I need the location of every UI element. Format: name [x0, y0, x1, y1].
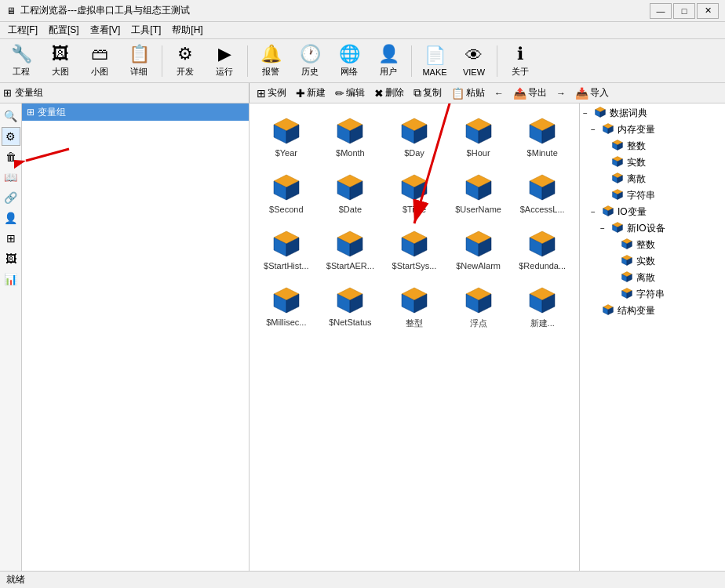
- tree-expand-icon[interactable]: −: [600, 224, 610, 233]
- window-controls: — □ ✕: [650, 3, 719, 19]
- var-item[interactable]: $StartAER...: [322, 224, 380, 274]
- tree-node[interactable]: − 数据词典: [581, 105, 723, 122]
- tree-node[interactable]: 离散: [581, 270, 723, 286]
- var-item-label: $AccessL...: [520, 205, 565, 214]
- var-item-label: $Year: [275, 148, 297, 158]
- var-item[interactable]: $StartSys...: [385, 224, 443, 274]
- menu-item-project[interactable]: 工程[F]: [3, 22, 42, 38]
- cube-icon: [399, 228, 430, 260]
- var-item[interactable]: $Minute: [513, 111, 571, 162]
- develop-icon: ⚙: [177, 44, 193, 64]
- close-button[interactable]: ✕: [697, 3, 719, 19]
- toolbar-history[interactable]: 🕐 历史: [292, 42, 328, 80]
- btn-instance[interactable]: ⊞ 实例: [253, 85, 290, 102]
- paste-label: 粘贴: [466, 86, 485, 100]
- sidebar-image[interactable]: 🖼: [2, 249, 20, 268]
- sidebar-book[interactable]: 📖: [2, 168, 20, 187]
- toolbar-run[interactable]: ▶ 运行: [206, 42, 242, 80]
- var-item[interactable]: $Redunda...: [513, 224, 571, 274]
- var-item[interactable]: $Month: [322, 111, 380, 162]
- history-icon: 🕐: [300, 44, 321, 64]
- toolbar-project[interactable]: 🔧 工程: [3, 42, 39, 80]
- var-item[interactable]: $NewAlarm: [450, 224, 508, 274]
- tree-node[interactable]: 离散: [581, 171, 723, 187]
- var-item[interactable]: $Year: [257, 111, 315, 162]
- btn-new[interactable]: ✚ 新建: [292, 85, 330, 102]
- menu-item-config[interactable]: 配置[S]: [44, 22, 84, 38]
- cube-icon: [463, 228, 494, 260]
- toolbar-small-view[interactable]: 🗃 小图: [82, 42, 118, 80]
- tree-expand-icon[interactable]: −: [583, 109, 592, 118]
- var-item[interactable]: $Time: [385, 168, 443, 218]
- import-icon: 📥: [575, 87, 588, 100]
- sidebar-search[interactable]: 🔍: [2, 107, 20, 125]
- toolbar-network[interactable]: 🌐 网络: [331, 42, 367, 80]
- menu-item-help[interactable]: 帮助[H]: [167, 22, 207, 38]
- tree-node-label: 数据词典: [610, 107, 647, 120]
- var-item[interactable]: $StartHist...: [257, 224, 315, 274]
- var-item-label: $Time: [403, 205, 426, 214]
- btn-paste[interactable]: 📋 粘贴: [447, 85, 489, 102]
- var-item[interactable]: $Millisec...: [257, 281, 315, 333]
- toolbar-large-view[interactable]: 🖼 大图: [42, 42, 78, 80]
- btn-import[interactable]: 📥 导入: [571, 85, 613, 102]
- sub-toolbar-left: ⊞ 变量组: [0, 83, 250, 103]
- tree-node[interactable]: 实数: [581, 154, 723, 171]
- tree-node[interactable]: − 内存变量: [581, 122, 723, 138]
- network-icon: 🌐: [339, 44, 360, 64]
- btn-back[interactable]: ←: [490, 85, 508, 102]
- tree-node[interactable]: 整数: [581, 138, 723, 154]
- btn-delete[interactable]: ✖ 删除: [370, 85, 408, 102]
- tree-node[interactable]: − 新IO设备: [581, 220, 723, 237]
- tree-node[interactable]: 字符串: [581, 187, 723, 204]
- copy-label: 复制: [423, 86, 442, 100]
- tree-node-label: 离散: [627, 172, 646, 186]
- var-item[interactable]: $Date: [322, 168, 380, 218]
- toolbar-develop[interactable]: ⚙ 开发: [167, 42, 203, 80]
- toolbar-alarm[interactable]: 🔔 报警: [253, 42, 289, 80]
- sidebar-settings[interactable]: ⚙: [2, 127, 20, 146]
- tree-node[interactable]: − IO变量: [581, 204, 723, 220]
- var-item-label: $Month: [336, 148, 365, 158]
- menu-item-view[interactable]: 查看[V]: [86, 22, 126, 38]
- var-item[interactable]: $Second: [257, 168, 315, 218]
- toolbar-user[interactable]: 👤 用户: [370, 42, 406, 80]
- sidebar-grid[interactable]: ⊞: [2, 229, 20, 248]
- btn-edit[interactable]: ✏ 编辑: [331, 85, 369, 102]
- var-item[interactable]: 新建...: [513, 281, 571, 333]
- tree-expand-icon[interactable]: −: [591, 125, 600, 134]
- var-item[interactable]: $UserName: [450, 168, 508, 218]
- toolbar-detail[interactable]: 📋 详细: [121, 42, 157, 80]
- btn-forward[interactable]: →: [552, 85, 570, 102]
- btn-export[interactable]: 📤 导出: [509, 85, 551, 102]
- sidebar-user[interactable]: 👤: [2, 209, 20, 227]
- sidebar-delete[interactable]: 🗑: [2, 147, 20, 166]
- export-icon: 📤: [513, 87, 526, 100]
- tree-node[interactable]: 整数: [581, 237, 723, 253]
- right-panel: − 数据词典− 内存变量 整数 实数 离散 字符串− IO变量− 新IO设备 整…: [580, 103, 725, 571]
- toolbar-make[interactable]: 📄 MAKE: [417, 42, 453, 80]
- sidebar-connect[interactable]: 🔗: [2, 188, 20, 207]
- tree-node[interactable]: 实数: [581, 253, 723, 270]
- maximize-button[interactable]: □: [673, 3, 695, 19]
- toolbar-about[interactable]: ℹ 关于: [502, 42, 538, 80]
- toolbar-view[interactable]: 👁 VIEW: [456, 42, 492, 80]
- var-item[interactable]: $AccessL...: [513, 168, 571, 218]
- var-item[interactable]: $Hour: [450, 111, 508, 162]
- sidebar-table[interactable]: 📊: [2, 270, 20, 289]
- var-item-label: $Minute: [527, 148, 558, 158]
- var-item[interactable]: $Day: [385, 111, 443, 162]
- cube-icon: [334, 115, 366, 147]
- minimize-button[interactable]: —: [650, 3, 672, 19]
- tree-expand-icon[interactable]: −: [591, 208, 600, 216]
- var-item[interactable]: $NetStatus: [322, 281, 380, 333]
- back-arrow-icon: ←: [494, 88, 504, 99]
- var-item[interactable]: 整型: [385, 281, 443, 333]
- tree-node[interactable]: 结构变量: [581, 303, 723, 319]
- tree-node[interactable]: 字符串: [581, 286, 723, 303]
- menu-item-tools[interactable]: 工具[T]: [126, 22, 166, 38]
- btn-copy[interactable]: ⧉ 复制: [410, 85, 446, 102]
- tree-node-icon: [602, 205, 614, 220]
- cube-icon: [334, 172, 366, 203]
- var-item[interactable]: 浮点: [450, 281, 508, 333]
